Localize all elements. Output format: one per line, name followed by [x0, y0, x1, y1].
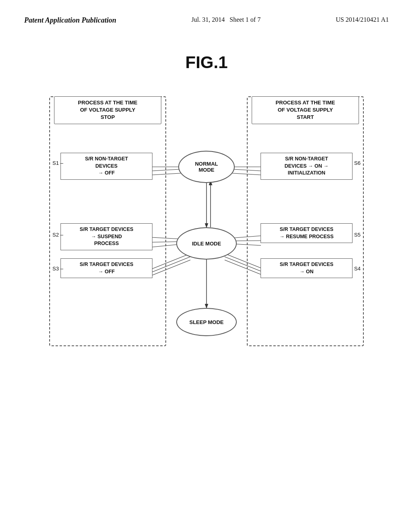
header-publication: Patent Application Publication	[24, 16, 116, 25]
normal-mode-ellipse: NORMAL MODE	[178, 151, 235, 183]
s3-box: S/R TARGET DEVICES→ OFF	[60, 258, 152, 278]
s2-box: S/R TARGET DEVICES→ SUSPENDPROCESS	[60, 223, 152, 250]
left-process-box: PROCESS AT THE TIMEOF VOLTAGE SUPPLYSTOP	[49, 96, 166, 346]
s6-box: S/R NON-TARGETDEVICES → ON →INITIALIZATI…	[261, 153, 353, 180]
s4-label: S4	[354, 266, 361, 272]
s5-label: S5	[354, 232, 361, 238]
s3-label: S3 –	[52, 266, 63, 272]
s4-box: S/R TARGET DEVICES→ ON	[261, 258, 353, 278]
right-process-box: PROCESS AT THE TIMEOF VOLTAGE SUPPLYSTAR…	[247, 96, 364, 346]
idle-mode-ellipse: IDLE MODE	[176, 227, 237, 260]
page: Patent Application Publication Jul. 31, …	[0, 0, 413, 532]
s2-label: S2 –	[52, 232, 63, 238]
header: Patent Application Publication Jul. 31, …	[24, 16, 389, 29]
sleep-mode-ellipse: SLEEP MODE	[176, 308, 237, 336]
s5-box: S/R TARGET DEVICES→ RESUME PROCESS	[261, 223, 353, 243]
diagram: PROCESS AT THE TIMEOF VOLTAGE SUPPLYSTOP…	[49, 84, 364, 374]
figure-title: FIG.1	[24, 53, 389, 72]
left-title-box: PROCESS AT THE TIMEOF VOLTAGE SUPPLYSTOP	[54, 96, 161, 124]
s6-label: S6	[354, 160, 361, 166]
header-date-sheet: Jul. 31, 2014 Sheet 1 of 7	[192, 16, 261, 23]
s1-box: S/R NON-TARGETDEVICES→ OFF	[60, 153, 152, 180]
right-title-box: PROCESS AT THE TIMEOF VOLTAGE SUPPLYSTAR…	[252, 96, 359, 124]
s1-label: S1 –	[52, 160, 63, 166]
header-patent-number: US 2014/210421 A1	[336, 16, 389, 23]
